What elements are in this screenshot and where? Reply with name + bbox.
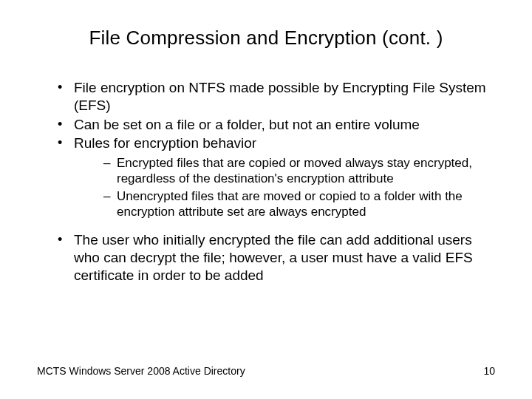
bullet-item: Can be set on a file or a folder, but no… <box>58 116 495 134</box>
slide-title: File Compression and Encryption (cont. ) <box>37 27 495 50</box>
bullet-item: The user who initially encrypted the fil… <box>58 231 495 284</box>
bullet-item: File encryption on NTFS made possible by… <box>58 79 495 115</box>
sub-bullet-list: Encrypted files that are copied or moved… <box>74 155 495 219</box>
main-bullet-list: File encryption on NTFS made possible by… <box>37 79 495 219</box>
footer-page-number: 10 <box>483 365 495 377</box>
bullet-item: Rules for encryption behavior Encrypted … <box>58 134 495 219</box>
sub-bullet-item: Encrypted files that are copied or moved… <box>103 155 495 187</box>
footer-left: MCTS Windows Server 2008 Active Director… <box>37 365 245 377</box>
bullet-text: Rules for encryption behavior <box>74 135 256 151</box>
slide-footer: MCTS Windows Server 2008 Active Director… <box>37 365 495 377</box>
main-bullet-list-2: The user who initially encrypted the fil… <box>37 231 495 284</box>
sub-bullet-item: Unencrypted files that are moved or copi… <box>103 188 495 220</box>
